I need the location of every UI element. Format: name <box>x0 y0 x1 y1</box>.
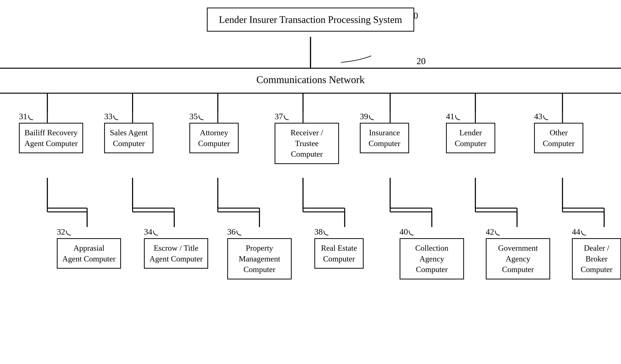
ref-32-container: 32 ApprasialAgent Computer <box>57 227 121 269</box>
ref-31-container: 31 Bailiff RecoveryAgent Computer <box>19 112 83 153</box>
ref-38-label: 38 <box>314 227 323 237</box>
ref-36-row: 36 <box>227 227 292 237</box>
node-31-box: Bailiff RecoveryAgent Computer <box>19 123 83 153</box>
ref-35-tick <box>198 115 204 121</box>
network-label: Communications Network <box>257 74 364 85</box>
ref-41-tick <box>455 115 461 121</box>
ref-36-tick <box>236 230 242 236</box>
node-42-label: Government AgencyComputer <box>491 243 545 275</box>
node-44-label: Dealer / BrokerComputer <box>577 243 616 275</box>
ref-41-label: 41 <box>446 112 454 121</box>
node-32-label: ApprasialAgent Computer <box>62 243 116 264</box>
ref-33-container: 33 Sales AgentComputer <box>104 112 154 153</box>
ref-41-container: 41 LenderComputer <box>446 112 495 153</box>
top-system-label: Lender Insurer Transaction Processing Sy… <box>219 14 402 25</box>
ref-43-tick <box>543 115 549 121</box>
ref-32-row: 32 <box>57 227 121 237</box>
ref-37-container: 37 Receiver / TrusteeComputer <box>275 112 339 164</box>
node-37-label: Receiver / TrusteeComputer <box>280 127 333 159</box>
ref-37-tick <box>284 115 289 121</box>
node-36-box: Property ManagementComputer <box>227 238 292 279</box>
node-40-label: Collection AgencyComputer <box>405 243 459 275</box>
ref-43-row: 43 <box>534 112 583 121</box>
ref-40-label: 40 <box>400 227 408 237</box>
ref-44-row: 44 <box>572 227 621 237</box>
vline-top <box>310 37 311 68</box>
ref-40-tick <box>409 230 414 236</box>
node-39-label: InsuranceComputer <box>369 127 400 149</box>
ref-43-label: 43 <box>534 112 542 121</box>
ref-44-tick <box>581 230 587 236</box>
ref-38-tick <box>324 230 329 236</box>
node-33-label: Sales AgentComputer <box>110 127 148 149</box>
ref-39-row: 39 <box>360 112 409 121</box>
node-43-box: OtherComputer <box>534 123 583 153</box>
node-35-label: AttorneyComputer <box>198 127 230 149</box>
hline-network-bottom <box>0 93 621 94</box>
ref-44-container: 44 Dealer / BrokerComputer <box>572 227 621 279</box>
ref-34-label: 34 <box>144 227 152 237</box>
node-41-label: LenderComputer <box>455 127 486 149</box>
node-34-label: Escrow / TitleAgent Computer <box>149 243 203 264</box>
ref-40-container: 40 Collection AgencyComputer <box>400 227 464 279</box>
ref-37-row: 37 <box>275 112 339 121</box>
ref-38-row: 38 <box>314 227 364 237</box>
node-39-box: InsuranceComputer <box>360 123 409 153</box>
ref-20-label: 20 <box>417 56 426 66</box>
ref-31-tick <box>28 115 34 121</box>
ref-42-label: 42 <box>486 227 494 237</box>
node-35-box: AttorneyComputer <box>190 123 239 153</box>
ref-33-tick <box>113 115 119 121</box>
ref-34-tick <box>153 230 159 236</box>
node-41-box: LenderComputer <box>446 123 495 153</box>
ref-38-container: 38 Real EstateComputer <box>314 227 364 269</box>
ref-33-label: 33 <box>104 112 113 121</box>
ref-31-label: 31 <box>19 112 27 121</box>
node-40-box: Collection AgencyComputer <box>400 238 464 279</box>
ref-42-row: 42 <box>486 227 550 237</box>
hline-network-top <box>0 68 621 69</box>
node-44-box: Dealer / BrokerComputer <box>572 238 621 279</box>
ref-39-label: 39 <box>360 112 368 121</box>
top-system-box: Lender Insurer Transaction Processing Sy… <box>207 8 414 32</box>
node-38-box: Real EstateComputer <box>314 238 364 269</box>
node-43-label: OtherComputer <box>543 127 575 149</box>
diagram: Lender Insurer Transaction Processing Sy… <box>0 0 621 364</box>
ref-34-container: 34 Escrow / TitleAgent Computer <box>144 227 208 269</box>
ref-32-label: 32 <box>57 227 65 237</box>
node-32-box: ApprasialAgent Computer <box>57 238 121 269</box>
ref-35-label: 35 <box>190 112 198 121</box>
node-34-box: Escrow / TitleAgent Computer <box>144 238 208 269</box>
ref-39-container: 39 InsuranceComputer <box>360 112 409 153</box>
ref-36-container: 36 Property ManagementComputer <box>227 227 292 279</box>
ref-34-row: 34 <box>144 227 208 237</box>
node-33-box: Sales AgentComputer <box>104 123 154 153</box>
ref-39-tick <box>369 115 375 121</box>
node-31-label: Bailiff RecoveryAgent Computer <box>24 127 78 149</box>
ref-42-container: 42 Government AgencyComputer <box>486 227 550 279</box>
ref-35-row: 35 <box>190 112 239 121</box>
node-38-label: Real EstateComputer <box>321 243 357 264</box>
node-42-box: Government AgencyComputer <box>486 238 550 279</box>
ref-37-label: 37 <box>275 112 283 121</box>
node-36-label: Property ManagementComputer <box>233 243 286 275</box>
ref-32-tick <box>66 230 72 236</box>
ref-43-container: 43 OtherComputer <box>534 112 583 153</box>
node-37-box: Receiver / TrusteeComputer <box>275 123 339 164</box>
ref-35-container: 35 AttorneyComputer <box>190 112 239 153</box>
ref-42-tick <box>495 230 500 236</box>
ref-36-label: 36 <box>227 227 236 237</box>
ref-31-row: 31 <box>19 112 83 121</box>
ref-33-row: 33 <box>104 112 154 121</box>
ref-40-row: 40 <box>400 227 464 237</box>
ref-44-label: 44 <box>572 227 580 237</box>
ref-41-row: 41 <box>446 112 495 121</box>
